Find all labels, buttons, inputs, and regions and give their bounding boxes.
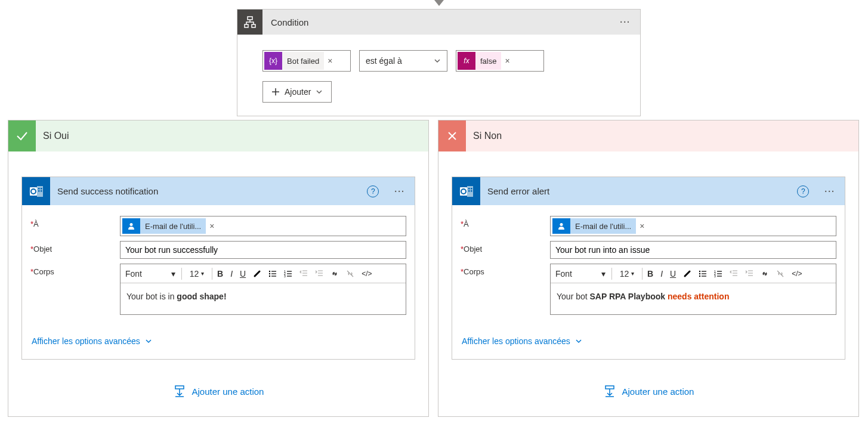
remove-recipient-button[interactable]: × bbox=[206, 221, 218, 231]
to-label: *À bbox=[30, 216, 120, 228]
link-button[interactable] bbox=[327, 264, 342, 283]
variable-icon: {x} bbox=[264, 52, 282, 70]
italic-button[interactable]: I bbox=[657, 264, 666, 283]
svg-rect-22 bbox=[468, 190, 470, 192]
font-select[interactable]: Font▾ bbox=[551, 264, 610, 283]
font-select[interactable]: Font▾ bbox=[121, 264, 180, 283]
action-menu-button[interactable]: ··· bbox=[385, 187, 415, 196]
add-action-button[interactable]: Ajouter une action bbox=[603, 385, 694, 398]
code-view-button[interactable]: </> bbox=[788, 264, 805, 283]
svg-rect-23 bbox=[471, 190, 472, 192]
condition-operator-label: est égal à bbox=[366, 56, 402, 66]
remove-recipient-button[interactable]: × bbox=[636, 221, 648, 231]
svg-point-25 bbox=[560, 223, 563, 226]
svg-rect-20 bbox=[468, 188, 470, 190]
subject-input[interactable] bbox=[120, 241, 406, 259]
svg-rect-8 bbox=[41, 190, 42, 192]
success-action-header[interactable]: Send success notification ? ··· bbox=[22, 177, 415, 205]
condition-icon bbox=[237, 10, 262, 35]
condition-right-token: false bbox=[475, 52, 501, 70]
chevron-down-icon bbox=[434, 57, 441, 64]
underline-button[interactable]: U bbox=[666, 264, 679, 283]
bullets-button[interactable] bbox=[265, 264, 280, 283]
to-input[interactable]: E-mail de l'utili... × bbox=[120, 216, 406, 236]
svg-point-11 bbox=[269, 270, 270, 271]
help-button[interactable]: ? bbox=[797, 185, 809, 197]
body-label: *Corps bbox=[461, 264, 550, 276]
chevron-down-icon bbox=[316, 88, 323, 95]
no-branch: Si Non Send error alert ? ··· *À bbox=[438, 120, 859, 417]
svg-point-26 bbox=[699, 270, 700, 271]
rte-toolbar: Font▾ 12▾ B I U bbox=[551, 264, 836, 283]
fx-icon: fx bbox=[458, 52, 475, 70]
condition-menu-button[interactable]: ··· bbox=[610, 17, 640, 27]
indent-button[interactable] bbox=[742, 264, 757, 283]
body-editor: Font▾ 12▾ B I U bbox=[120, 264, 406, 315]
add-action-button[interactable]: Ajouter une action bbox=[173, 385, 264, 398]
unlink-button[interactable] bbox=[342, 264, 358, 283]
svg-rect-1 bbox=[245, 24, 248, 27]
condition-header[interactable]: Condition ··· bbox=[237, 10, 640, 35]
unlink-button[interactable] bbox=[773, 264, 788, 283]
svg-rect-2 bbox=[252, 24, 255, 27]
svg-rect-5 bbox=[38, 188, 40, 190]
help-button[interactable]: ? bbox=[367, 185, 379, 197]
font-size-select[interactable]: 12▾ bbox=[613, 264, 641, 283]
numbers-button[interactable]: 123 bbox=[711, 264, 726, 283]
link-button[interactable] bbox=[757, 264, 773, 283]
condition-right-operand[interactable]: fx false × bbox=[456, 50, 544, 72]
bold-button[interactable]: B bbox=[214, 264, 227, 283]
advanced-options-toggle[interactable]: Afficher les options avancées bbox=[30, 328, 153, 354]
body-content[interactable]: Your bot is in good shape! bbox=[121, 283, 406, 314]
insert-action-icon bbox=[173, 385, 186, 398]
code-view-button[interactable]: </> bbox=[358, 264, 375, 283]
color-button[interactable] bbox=[679, 264, 695, 283]
no-branch-header: Si Non bbox=[438, 120, 858, 151]
to-input[interactable]: E-mail de l'utili... × bbox=[550, 216, 836, 236]
user-icon bbox=[552, 218, 570, 234]
bullets-button[interactable] bbox=[695, 264, 711, 283]
condition-left-operand[interactable]: {x} Bot failed × bbox=[262, 50, 351, 72]
condition-title: Condition bbox=[262, 17, 610, 27]
subject-label: *Objet bbox=[30, 241, 120, 253]
to-token: E-mail de l'utili... bbox=[570, 218, 636, 234]
to-token: E-mail de l'utili... bbox=[140, 218, 206, 234]
svg-rect-0 bbox=[248, 17, 252, 20]
svg-rect-7 bbox=[38, 190, 40, 192]
indent-button[interactable] bbox=[311, 264, 327, 283]
remove-token-button[interactable]: × bbox=[324, 56, 336, 66]
numbers-button[interactable]: 123 bbox=[280, 264, 296, 283]
condition-operator-select[interactable]: est égal à bbox=[359, 50, 447, 72]
to-label: *À bbox=[461, 216, 550, 228]
body-content[interactable]: Your bot SAP RPA Playbook needs attentio… bbox=[551, 283, 836, 314]
action-menu-button[interactable]: ··· bbox=[815, 187, 845, 196]
outdent-button[interactable] bbox=[296, 264, 311, 283]
close-icon bbox=[438, 120, 466, 151]
body-editor: Font▾ 12▾ B I U bbox=[550, 264, 836, 315]
svg-point-13 bbox=[269, 275, 270, 276]
subject-label: *Objet bbox=[461, 241, 550, 253]
remove-token-button[interactable]: × bbox=[501, 56, 513, 66]
subject-input[interactable] bbox=[550, 241, 836, 259]
svg-point-12 bbox=[269, 273, 270, 274]
svg-rect-32 bbox=[606, 386, 614, 389]
outdent-button[interactable] bbox=[726, 264, 742, 283]
insert-action-icon bbox=[603, 385, 616, 398]
svg-rect-17 bbox=[175, 386, 184, 389]
bold-button[interactable]: B bbox=[644, 264, 657, 283]
error-action-header[interactable]: Send error alert ? ··· bbox=[452, 177, 845, 205]
condition-left-token: Bot failed bbox=[282, 52, 324, 70]
italic-button[interactable]: I bbox=[227, 264, 236, 283]
underline-button[interactable]: U bbox=[236, 264, 249, 283]
user-icon bbox=[122, 218, 140, 234]
color-button[interactable] bbox=[249, 264, 265, 283]
svg-point-28 bbox=[699, 275, 700, 276]
advanced-options-toggle[interactable]: Afficher les options avancées bbox=[461, 328, 583, 354]
font-size-select[interactable]: 12▾ bbox=[183, 264, 211, 283]
flow-arrow-icon bbox=[434, 0, 444, 6]
outlook-icon bbox=[452, 177, 480, 205]
svg-text:3: 3 bbox=[284, 274, 286, 278]
svg-text:3: 3 bbox=[714, 274, 716, 278]
add-condition-button[interactable]: Ajouter bbox=[262, 81, 332, 103]
add-condition-label: Ajouter bbox=[285, 87, 311, 97]
